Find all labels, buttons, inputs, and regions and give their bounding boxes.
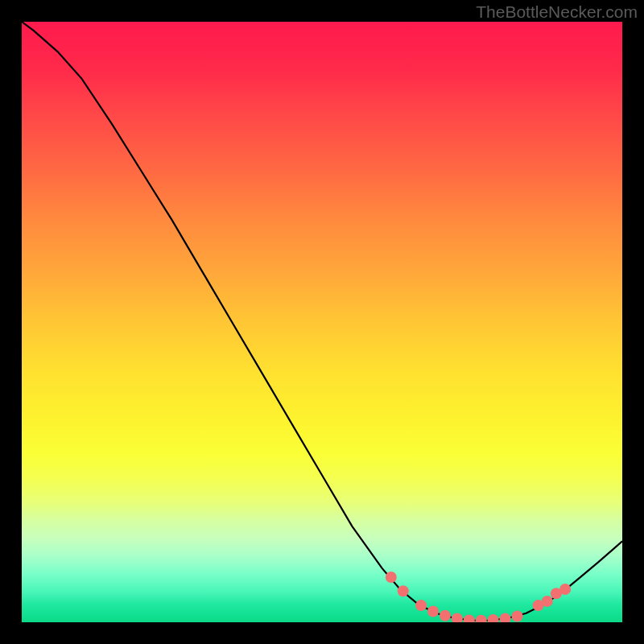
marker-point xyxy=(500,613,511,622)
marker-point xyxy=(559,584,571,595)
marker-point xyxy=(427,606,439,617)
marker-point xyxy=(386,572,397,583)
chart-svg xyxy=(22,22,622,622)
marker-point xyxy=(452,613,463,622)
bottleneck-curve xyxy=(22,22,622,621)
marker-point xyxy=(440,610,451,621)
marker-point xyxy=(464,614,475,622)
marker-point xyxy=(398,585,409,597)
marker-point xyxy=(488,614,499,622)
marker-point xyxy=(511,611,522,622)
marker-points xyxy=(386,572,571,622)
marker-point xyxy=(476,615,487,622)
plot-area xyxy=(22,22,622,622)
marker-point xyxy=(542,596,553,607)
marker-point xyxy=(415,600,427,611)
watermark-text: TheBottleNecker.com xyxy=(476,2,638,22)
